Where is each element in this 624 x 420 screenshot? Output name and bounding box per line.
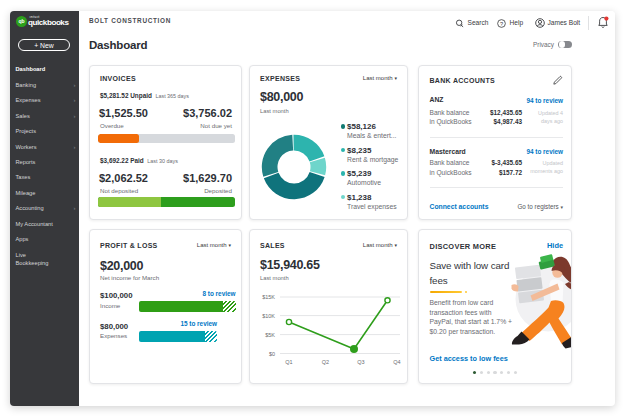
svg-text:$15K: $15K	[262, 294, 275, 300]
svg-text:Q2: Q2	[322, 359, 329, 365]
svg-text:Q1: Q1	[285, 359, 292, 365]
svg-text:$5K: $5K	[265, 332, 275, 338]
svg-text:$10K: $10K	[262, 313, 275, 319]
svg-text:?: ?	[499, 20, 502, 26]
svg-text:Q4: Q4	[393, 359, 400, 365]
svg-text:$0: $0	[269, 351, 275, 357]
svg-text:Q3: Q3	[357, 359, 364, 365]
